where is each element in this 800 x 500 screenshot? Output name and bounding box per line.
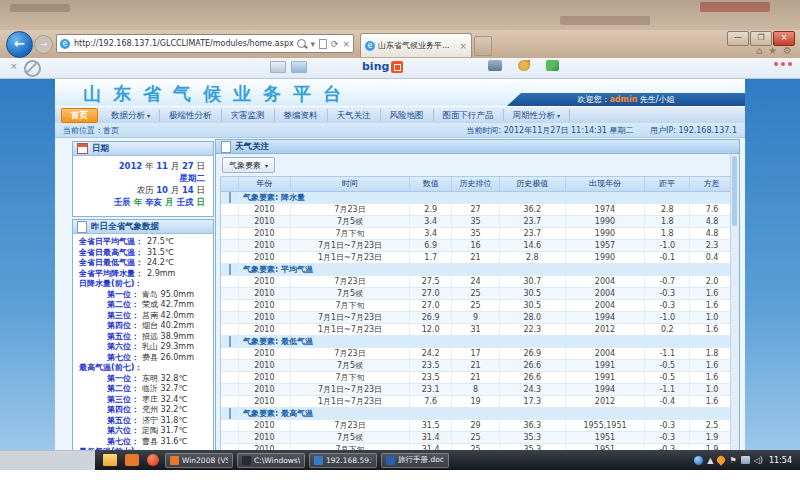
tab-close-icon[interactable]: × (459, 41, 467, 51)
nav-item-天气关注[interactable]: 天气关注 (328, 109, 381, 121)
table-cell: 1991 (566, 372, 646, 383)
column-header[interactable]: 数值 (410, 177, 452, 191)
network-status-icon[interactable] (741, 456, 750, 464)
action-center-flag-icon[interactable]: ⚑ (729, 456, 736, 465)
column-header[interactable]: 历史排位 (452, 177, 500, 191)
address-dropdown-icon[interactable]: ▾ (310, 39, 315, 49)
rank-item: 第五位：济宁 31.8℃ (73, 416, 213, 427)
nav-item-灾害监测[interactable]: 灾害监测 (222, 109, 275, 121)
table-scrollbar[interactable] (730, 154, 739, 451)
maximize-button[interactable]: ❐ (750, 31, 772, 46)
browser-app-icon[interactable] (147, 454, 159, 466)
group-checkbox[interactable] (229, 192, 231, 203)
tray-expand-icon[interactable]: ▲ (707, 456, 713, 465)
table-row[interactable]: 20107月1日~7月23日23.1824.31994-1.11.0 (221, 384, 734, 396)
table-row[interactable]: 20107月23日2.92736.219742.87.6 (221, 204, 734, 216)
table-cell: 16 (452, 240, 500, 251)
table-row[interactable]: 20107月下旬3.43523.719901.84.8 (221, 228, 734, 240)
rank-value: 临沂 32.7℃ (142, 384, 187, 393)
table-row[interactable]: 20107月5候31.42535.31951-0.31.9 (221, 432, 734, 444)
nav-item-周期性分析[interactable]: 周期性分析▾ (504, 109, 571, 121)
search-icon[interactable] (297, 39, 306, 48)
table-cell: 2010 (239, 420, 291, 431)
column-header[interactable]: 出现年份 (566, 177, 646, 191)
tab-title[interactable]: 山东省气候业务平... (378, 40, 457, 51)
close-button[interactable]: × (773, 31, 795, 46)
table-row[interactable]: 20107月5候3.43523.719901.84.8 (221, 216, 734, 228)
message-icon[interactable] (291, 61, 307, 73)
table-cell: -0.5 (645, 372, 690, 383)
toolbar-close-icon[interactable]: × (10, 61, 18, 71)
group-checkbox[interactable] (229, 264, 231, 275)
table-row[interactable]: 20107月下旬27.02530.52004-0.31.6 (221, 300, 734, 312)
column-header[interactable]: 时间 (291, 177, 411, 191)
pet-paw-icon[interactable] (518, 60, 530, 71)
favorites-star-icon[interactable]: ★ (768, 45, 777, 56)
nav-item-数据分析[interactable]: 数据分析▾ (102, 109, 160, 121)
date-part: 农历 (137, 185, 157, 195)
explorer-folder-icon[interactable] (103, 454, 117, 466)
compatibility-icon[interactable] (319, 39, 327, 49)
column-header[interactable]: 年份 (239, 177, 291, 191)
date-part: 年 (131, 197, 145, 207)
table-cell: 21 (452, 372, 500, 383)
more-options-dots-icon[interactable] (774, 62, 792, 66)
taskbar-button[interactable]: C:\Windows\s... (237, 453, 305, 468)
taskbar-button[interactable]: 旅行手册.docx ... (381, 453, 449, 468)
antivirus-icon[interactable] (716, 454, 727, 465)
nav-item-风险地图[interactable]: 风险地图 (381, 109, 434, 121)
settings-gear-icon[interactable]: ⚙ (783, 45, 792, 56)
table-cell: 2.9 (410, 204, 452, 215)
nav-item-整编资料[interactable]: 整编资料 (275, 109, 328, 121)
address-bar[interactable]: e http://192.168.137.1/GLCCLIMATE/module… (56, 34, 354, 53)
minimize-button[interactable]: — (727, 31, 749, 46)
table-row[interactable]: 20101月1日~7月23日7.61917.32012-0.41.6 (221, 396, 734, 408)
table-cell: 27.5 (410, 276, 452, 287)
scrollbar-thumb[interactable] (732, 156, 737, 226)
table-cell: 2010 (239, 324, 291, 335)
table-row[interactable]: 20107月1日~7月23日6.91614.61957-1.02.3 (221, 240, 734, 252)
table-row[interactable]: 20107月23日31.52936.31955,1951-0.32.5 (221, 420, 734, 432)
puzzle-icon[interactable] (546, 60, 559, 71)
nav-item-首页[interactable]: 首页 (61, 108, 98, 123)
table-cell: 25 (452, 300, 500, 311)
table-cell: 7月23日 (291, 420, 411, 431)
refresh-icon[interactable]: ⟳ (331, 39, 339, 49)
new-tab-button[interactable] (474, 36, 492, 56)
column-header[interactable]: 距平 (645, 177, 690, 191)
row-lead-cell (221, 300, 239, 311)
table-row[interactable]: 20107月5候27.02530.52004-0.31.6 (221, 288, 734, 300)
browser-back-button[interactable]: ← (6, 31, 33, 58)
table-row[interactable]: 20107月5候23.52126.61991-0.51.6 (221, 360, 734, 372)
taskbar-clock[interactable]: 11:54 (769, 456, 792, 465)
app-launcher-icon[interactable] (125, 454, 139, 466)
stop-icon[interactable]: × (342, 39, 350, 49)
group-checkbox[interactable] (229, 408, 231, 419)
taskbar-button[interactable]: Win2008 (VS2... (165, 453, 233, 468)
mail-icon[interactable] (270, 61, 286, 73)
rank-item: 第六位：乳山 29.3mm (73, 342, 213, 353)
address-url[interactable]: http://192.168.137.1/GLCCLIMATE/modules/… (74, 39, 297, 48)
home-icon[interactable]: ⌂ (756, 45, 762, 56)
group-checkbox[interactable] (229, 336, 231, 347)
taskbar-button[interactable]: 192.168.59.99... (309, 453, 377, 468)
table-row[interactable]: 20107月下旬23.52126.61991-0.51.6 (221, 372, 734, 384)
browser-forward-button[interactable]: → (34, 35, 53, 54)
nav-item-极端性分析[interactable]: 极端性分析 (160, 109, 222, 121)
column-header[interactable]: 历史极值 (500, 177, 566, 191)
element-filter-button[interactable]: 气象要素 ▾ (222, 157, 275, 173)
column-header[interactable]: 方差 (690, 177, 734, 191)
network-globe-icon[interactable] (694, 456, 703, 465)
browser-tab[interactable]: e 山东省气候业务平... × (360, 33, 472, 57)
table-row[interactable]: 20101月1日~7月23日1.7212.81990-0.10.4 (221, 252, 734, 264)
table-row[interactable]: 20107月1日~7月23日26.9928.01994-1.01.0 (221, 312, 734, 324)
table-row[interactable]: 20107月23日24.21726.92004-1.11.8 (221, 348, 734, 360)
table-row[interactable]: 20107月23日27.52430.72004-0.72.0 (221, 276, 734, 288)
camera-icon[interactable] (488, 60, 502, 71)
nav-item-图面下行产品[interactable]: 图面下行产品 (434, 109, 504, 121)
table-cell: 2010 (239, 228, 291, 239)
volume-icon[interactable]: ◁) (754, 456, 763, 465)
bing-logo[interactable]: bing (362, 60, 403, 73)
table-cell: 22.3 (500, 324, 566, 335)
table-row[interactable]: 20101月1日~7月23日12.03122.320120.21.6 (221, 324, 734, 336)
